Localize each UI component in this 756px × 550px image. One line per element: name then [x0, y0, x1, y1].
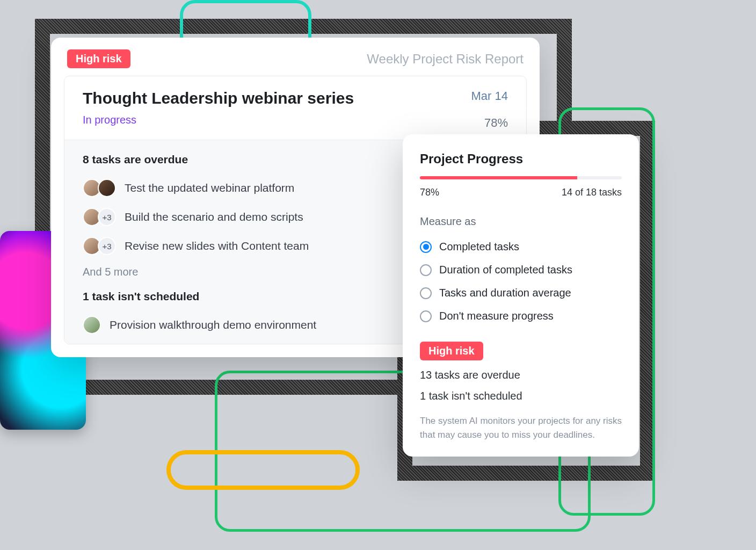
project-date: Mar 14	[471, 89, 508, 103]
progress-title: Project Progress	[420, 151, 622, 167]
report-title: Weekly Project Risk Report	[367, 52, 524, 67]
measure-option-label: Tasks and duration average	[439, 287, 571, 299]
avatar	[83, 316, 101, 334]
progress-percent: 78%	[420, 187, 439, 198]
progress-bar	[420, 176, 622, 179]
avatar-more-count: +3	[98, 208, 116, 226]
radio-icon	[420, 287, 432, 299]
measure-label: Measure as	[420, 215, 622, 228]
radio-icon	[420, 264, 432, 276]
measure-option-label: Don't measure progress	[439, 310, 554, 322]
project-percent: 78%	[471, 116, 508, 130]
decorative-pill-yellow	[166, 450, 360, 490]
measure-option[interactable]: Duration of completed tasks	[420, 258, 622, 281]
avatar	[98, 179, 116, 197]
popover-overdue-line: 13 tasks are overdue	[420, 369, 622, 381]
radio-icon	[420, 241, 432, 253]
progress-bar-fill	[420, 176, 577, 179]
risk-badge: High risk	[67, 49, 130, 68]
measure-option[interactable]: Completed tasks	[420, 235, 622, 258]
popover-unscheduled-line: 1 task isn't scheduled	[420, 390, 622, 402]
project-status: In progress	[83, 114, 354, 126]
measure-option[interactable]: Don't measure progress	[420, 305, 622, 328]
measure-option-label: Duration of completed tasks	[439, 264, 572, 276]
measure-option[interactable]: Tasks and duration average	[420, 281, 622, 305]
measure-option-label: Completed tasks	[439, 241, 519, 253]
radio-icon	[420, 310, 432, 322]
progress-count: 14 of 18 tasks	[562, 187, 622, 198]
popover-description: The system AI monitors your projects for…	[420, 414, 622, 442]
popover-risk-badge: High risk	[420, 342, 483, 360]
project-progress-popover: Project Progress 78% 14 of 18 tasks Meas…	[403, 134, 639, 457]
project-name: Thought Leadership webinar series	[83, 89, 354, 107]
avatar-more-count: +3	[98, 237, 116, 255]
